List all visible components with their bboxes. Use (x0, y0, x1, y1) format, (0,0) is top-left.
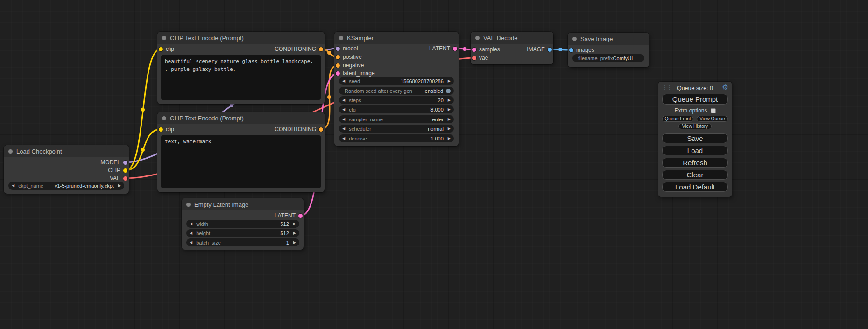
widget-height[interactable]: ◀ height 512 ▶ (186, 229, 299, 237)
wire-midpoint-dot-latent-out[interactable] (463, 47, 466, 51)
widget-steps[interactable]: ◀ steps 20 ▶ (339, 96, 454, 104)
conditioning-slot-dot[interactable] (319, 127, 323, 132)
widget-value: ComfyUI (613, 56, 633, 61)
increment-arrow-icon[interactable]: ▶ (118, 184, 121, 188)
widget-denoise[interactable]: ◀ denoise 1.000 ▶ (339, 134, 454, 142)
wire-midpoint-dot-cond-negative[interactable] (327, 95, 331, 99)
settings-gear-icon[interactable]: ⚙ (722, 84, 728, 91)
clip-slot-dot[interactable] (123, 168, 127, 173)
wire-midpoint-dot-clip-negative[interactable] (141, 148, 145, 152)
widget-seed[interactable]: ◀ seed 156680208700286 ▶ (339, 77, 454, 85)
queue-prompt-button[interactable]: Queue Prompt (662, 94, 728, 105)
node-title-bar[interactable]: Empty Latent Image (182, 198, 304, 210)
decrement-arrow-icon[interactable]: ◀ (342, 98, 345, 102)
output-slot-conditioning: CONDITIONING (157, 45, 325, 53)
increment-arrow-icon[interactable]: ▶ (448, 79, 451, 83)
view-history-button[interactable]: View History (678, 123, 712, 129)
node-ksampler[interactable]: KSampler model LATENT positive negative … (334, 32, 459, 146)
model-slot-dot[interactable] (123, 161, 127, 165)
queue-front-button[interactable]: Queue Front (662, 116, 693, 122)
widget-sampler-name[interactable]: ◀ sampler_name euler ▶ (339, 115, 454, 123)
node-title-bar[interactable]: VAE Decode (471, 32, 553, 44)
decrement-arrow-icon[interactable]: ◀ (342, 79, 345, 83)
node-clip-text-encode-negative[interactable]: CLIP Text Encode (Prompt) clip CONDITION… (157, 112, 325, 192)
collapse-dot-icon[interactable] (162, 36, 166, 40)
queue-menu-panel[interactable]: ⋮⋮ Queue size: 0 ⚙ Queue Prompt Extra op… (658, 82, 732, 197)
widget-width[interactable]: ◀ width 512 ▶ (186, 220, 299, 228)
node-title: CLIP Text Encode (Prompt) (170, 35, 244, 42)
collapse-dot-icon[interactable] (8, 149, 13, 154)
prompt-text-input[interactable]: beautiful scenery nature glass bottle la… (161, 55, 321, 100)
decrement-arrow-icon[interactable]: ◀ (342, 127, 345, 131)
prompt-text-input[interactable]: text, watermark (161, 135, 321, 188)
node-empty-latent-image[interactable]: Empty Latent Image LATENT ◀ width 512 ▶ … (182, 198, 304, 250)
increment-arrow-icon[interactable]: ▶ (448, 137, 451, 140)
slot-label: LATENT (429, 45, 450, 52)
widget-label: ckpt_name (18, 183, 43, 189)
save-button[interactable]: Save (662, 133, 728, 143)
collapse-dot-icon[interactable] (475, 36, 480, 40)
collapse-dot-icon[interactable] (339, 36, 343, 40)
decrement-arrow-icon[interactable]: ◀ (12, 184, 14, 188)
view-queue-button[interactable]: View Queue (697, 116, 728, 122)
increment-arrow-icon[interactable]: ▶ (293, 231, 296, 235)
node-title-bar[interactable]: CLIP Text Encode (Prompt) (157, 112, 325, 124)
conditioning-slot-dot[interactable] (336, 55, 340, 59)
node-title-bar[interactable]: Save Image (568, 33, 649, 45)
increment-arrow-icon[interactable]: ▶ (293, 222, 296, 226)
node-title: CLIP Text Encode (Prompt) (170, 115, 244, 122)
image-slot-dot[interactable] (548, 48, 552, 52)
node-clip-text-encode-positive[interactable]: CLIP Text Encode (Prompt) clip CONDITION… (157, 32, 325, 104)
increment-arrow-icon[interactable]: ▶ (448, 118, 451, 121)
node-vae-decode[interactable]: VAE Decode samples IMAGE vae (471, 32, 553, 64)
conditioning-slot-dot[interactable] (319, 47, 323, 51)
decrement-arrow-icon[interactable]: ◀ (342, 108, 345, 112)
wire-midpoint-dot-image[interactable] (558, 48, 562, 51)
node-save-image[interactable]: Save Image images filename_prefix ComfyU… (568, 33, 649, 67)
increment-arrow-icon[interactable]: ▶ (293, 241, 296, 245)
wire-midpoint-dot-model[interactable] (230, 104, 233, 107)
increment-arrow-icon[interactable]: ▶ (448, 127, 451, 131)
image-slot-dot[interactable] (569, 48, 573, 52)
load-button[interactable]: Load (662, 146, 728, 155)
decrement-arrow-icon[interactable]: ◀ (190, 241, 192, 245)
widget-batch-size[interactable]: ◀ batch_size 1 ▶ (186, 238, 299, 246)
clear-button[interactable]: Clear (662, 170, 728, 180)
vae-slot-dot[interactable] (123, 176, 127, 181)
decrement-arrow-icon[interactable]: ◀ (190, 222, 192, 226)
random-seed-toggle[interactable] (446, 89, 451, 93)
latent-slot-dot[interactable] (453, 47, 457, 51)
output-slot-conditioning: CONDITIONING (157, 126, 325, 133)
wire-midpoint-dot-clip-positive[interactable] (141, 108, 145, 112)
widget-label: denoise (349, 136, 367, 141)
node-load-checkpoint[interactable]: Load Checkpoint MODEL CLIP VAE ◀ ckpt_na… (4, 145, 129, 194)
latent-slot-dot[interactable] (336, 71, 340, 76)
widget-cfg[interactable]: ◀ cfg 8.000 ▶ (339, 105, 454, 113)
vae-slot-dot[interactable] (472, 56, 476, 60)
widget-value: 512 (280, 231, 289, 236)
node-title-bar[interactable]: KSampler (334, 32, 459, 44)
increment-arrow-icon[interactable]: ▶ (448, 98, 451, 102)
widget-value: enabled (425, 88, 443, 94)
increment-arrow-icon[interactable]: ▶ (448, 108, 451, 112)
decrement-arrow-icon[interactable]: ◀ (342, 137, 345, 140)
latent-slot-dot[interactable] (298, 214, 303, 218)
decrement-arrow-icon[interactable]: ◀ (342, 118, 345, 121)
refresh-button[interactable]: Refresh (662, 158, 728, 168)
node-title-bar[interactable]: Load Checkpoint (4, 145, 129, 157)
wire-midpoint-dot-cond-positive[interactable] (327, 51, 331, 55)
collapse-dot-icon[interactable] (572, 37, 577, 41)
widget-filename-prefix[interactable]: filename_prefix ComfyUI (572, 54, 644, 62)
load-default-button[interactable]: Load Default (662, 182, 728, 192)
conditioning-slot-dot[interactable] (336, 63, 340, 68)
node-title-bar[interactable]: CLIP Text Encode (Prompt) (157, 32, 325, 44)
extra-options-checkbox[interactable] (711, 108, 716, 113)
widget-scheduler[interactable]: ◀ scheduler normal ▶ (339, 125, 454, 133)
decrement-arrow-icon[interactable]: ◀ (190, 231, 192, 235)
collapse-dot-icon[interactable] (186, 203, 191, 207)
comfyui-canvas[interactable]: Load Checkpoint MODEL CLIP VAE ◀ ckpt_na… (0, 0, 868, 329)
widget-ckpt-name[interactable]: ◀ ckpt_name v1-5-pruned-emaonly.ckpt ▶ (8, 182, 124, 190)
widget-label: Random seed after every gen (345, 88, 412, 94)
collapse-dot-icon[interactable] (162, 116, 166, 120)
widget-control-after-generate[interactable]: Random seed after every gen enabled (339, 87, 454, 95)
